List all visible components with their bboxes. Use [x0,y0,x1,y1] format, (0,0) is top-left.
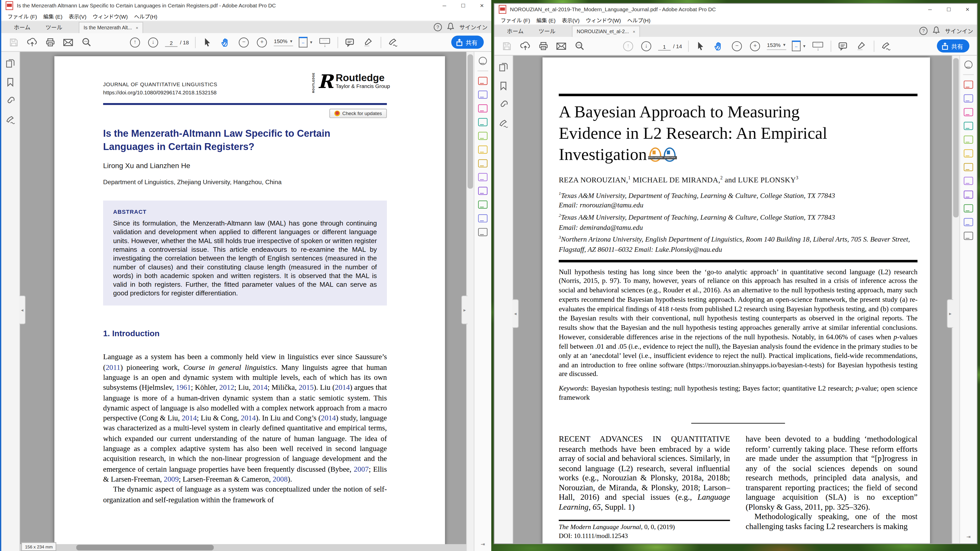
edit-pdf-icon[interactable] [478,132,487,140]
highlighter-tool-button[interactable] [362,35,374,49]
upload-cloud-icon[interactable] [519,39,531,53]
highlighter-tool-button[interactable] [855,39,867,53]
export-pdf-icon[interactable] [478,77,487,85]
bookmarks-icon[interactable] [5,77,16,87]
horizontal-scrollbar[interactable] [20,544,466,551]
expand-panel-icon[interactable]: ⇥ [960,534,977,540]
protect-icon[interactable] [478,214,487,222]
organize-pages-icon[interactable] [478,104,487,113]
search-tools-icon[interactable] [479,57,487,65]
email-icon[interactable] [555,39,568,53]
save-button[interactable] [501,39,513,53]
bookmarks-icon[interactable] [498,81,509,91]
tab-document[interactable]: NOROUZIAN_et_al-2... × [572,25,640,37]
help-icon[interactable]: ? [434,23,442,32]
page-down-button[interactable]: ↓ [640,39,652,53]
email-icon[interactable] [62,35,74,49]
comment-file-icon[interactable] [964,149,973,157]
fill-sign-icon[interactable] [964,177,973,185]
print-production-icon[interactable] [478,200,487,209]
collapse-nav-pane-handle[interactable]: ◀ [19,295,25,324]
tab-home[interactable]: ホーム [6,21,38,33]
tab-close-icon[interactable]: × [136,25,138,30]
check-for-updates-badge[interactable]: Check for updates [329,108,387,118]
maximize-button[interactable]: ☐ [939,4,958,15]
menu-file[interactable]: ファイル (F) [501,16,530,23]
left-titlebar[interactable]: Is the Menzerath Altmann Law Specific to… [1,0,491,11]
tab-tools[interactable]: ツール [38,21,70,33]
share-button[interactable]: 共有 [451,36,484,49]
toolbar-ruler-dropdown[interactable]: ''''↓ [812,39,824,53]
comment-tool-button[interactable] [344,35,356,49]
zoom-level-dropdown[interactable]: 150%▼ [274,35,293,49]
menu-edit[interactable]: 編集 (E) [43,12,62,20]
expand-panel-icon[interactable]: ⇥ [474,541,491,547]
comment-icon[interactable] [478,159,487,167]
maximize-button[interactable]: ☐ [454,0,473,11]
edit-pdf-icon[interactable] [964,135,973,144]
menu-help[interactable]: ヘルプ(H) [134,12,157,20]
collapse-nav-pane-handle[interactable]: ◀ [512,299,519,328]
zoom-in-button[interactable]: + [256,35,268,49]
create-pdf-icon[interactable] [478,91,487,99]
share-button[interactable]: 共有 [937,39,969,52]
select-tool-button[interactable] [201,35,214,49]
zoom-in-button[interactable]: + [749,39,761,53]
page-down-button[interactable]: ↓ [147,35,159,49]
sign-tool-button[interactable] [880,39,892,53]
menu-window[interactable]: ウィンドウ(W) [93,12,128,20]
sign-in-button[interactable]: サインイン [460,23,487,32]
comment-file-icon[interactable] [478,146,487,154]
document-pane[interactable]: A Bayesian Approach to Measuring Evidenc… [513,56,952,544]
print-button[interactable] [537,39,549,53]
comment-icon[interactable] [964,163,973,171]
close-button[interactable]: ✕ [958,4,977,15]
upload-cloud-icon[interactable] [25,35,38,49]
print-button[interactable] [44,35,56,49]
organize-pages-icon[interactable] [964,108,973,116]
send-signature-icon[interactable] [964,191,973,199]
menu-help[interactable]: ヘルプ(H) [627,16,650,23]
menu-window[interactable]: ウィンドウ(W) [586,16,621,23]
zoom-level-dropdown[interactable]: 153%▼ [767,39,786,53]
select-tool-button[interactable] [694,39,707,53]
send-signature-icon[interactable] [478,187,487,195]
share-file-icon[interactable] [964,122,973,130]
fill-sign-icon[interactable] [478,173,487,181]
zoom-out-button[interactable]: − [238,35,250,49]
bell-icon[interactable] [447,21,454,33]
document-pane[interactable]: JOURNAL OF QUANTITATIVE LINGUISTICS http… [20,52,466,551]
tab-document[interactable]: Is the Menzerath Alt... × [79,22,143,33]
right-titlebar[interactable]: NOROUZIAN_et_al-2019-The_Modern_Language… [494,4,977,15]
zoom-out-button[interactable]: − [731,39,743,53]
sign-tool-button[interactable] [387,35,399,49]
tab-tools[interactable]: ツール [531,25,563,37]
menu-edit[interactable]: 編集 (E) [536,16,555,23]
search-icon[interactable] [573,39,586,53]
export-pdf-icon[interactable] [964,81,973,89]
minimize-button[interactable]: ─ [921,4,939,15]
signature-icon[interactable] [5,114,16,125]
hand-tool-button[interactable] [713,39,725,53]
attachments-icon[interactable] [498,99,509,110]
menu-view[interactable]: 表示(V) [562,16,579,23]
tab-home[interactable]: ホーム [500,25,531,37]
protect-icon[interactable] [964,218,973,226]
minimize-button[interactable]: ─ [435,0,453,11]
page-up-button[interactable]: ↑ [129,35,141,49]
menu-view[interactable]: 表示(V) [68,12,86,20]
collapse-tools-pane-handle[interactable]: ▶ [947,299,953,328]
bell-icon[interactable] [932,25,940,37]
close-button[interactable]: ✕ [473,0,491,11]
page-up-button[interactable]: ↑ [622,39,635,53]
fit-width-dropdown[interactable]: ↔▼ [792,39,806,53]
hand-tool-button[interactable] [220,35,232,49]
page-thumbnails-icon[interactable] [5,58,16,69]
attachments-icon[interactable] [5,96,16,106]
vertical-scroll-thumb[interactable] [953,58,959,218]
help-icon[interactable]: ? [919,27,928,35]
more-tools-icon[interactable] [964,232,973,240]
comment-tool-button[interactable] [837,39,850,53]
page-number-input[interactable]: 2/ 18 [165,35,189,49]
toolbar-ruler-dropdown[interactable]: ''''↓ [319,35,331,49]
